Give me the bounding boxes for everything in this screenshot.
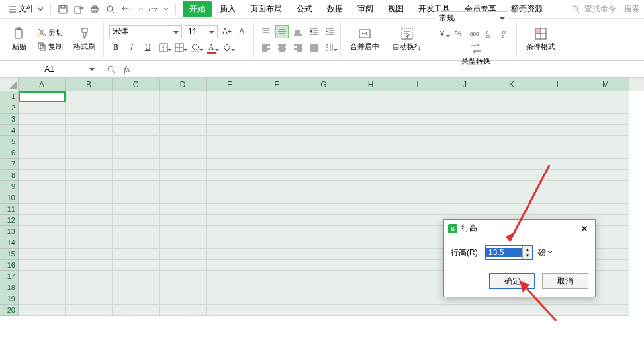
cell[interactable] xyxy=(300,249,347,260)
row-header[interactable]: 14 xyxy=(0,237,19,249)
cell[interactable] xyxy=(160,226,207,237)
fx-icon[interactable]: fx xyxy=(122,64,132,75)
cell[interactable] xyxy=(394,102,441,114)
export-icon[interactable] xyxy=(73,4,84,15)
cell[interactable] xyxy=(207,271,253,282)
cell[interactable] xyxy=(160,249,207,260)
cell[interactable] xyxy=(535,159,582,170)
cell[interactable] xyxy=(300,260,347,271)
cell[interactable] xyxy=(207,147,253,159)
cell[interactable] xyxy=(535,114,582,125)
cell[interactable] xyxy=(19,260,66,271)
tab-home[interactable]: 开始 xyxy=(183,1,212,17)
cell[interactable] xyxy=(160,215,207,226)
tab-review[interactable]: 审阅 xyxy=(351,1,380,17)
cell[interactable] xyxy=(300,282,347,293)
dialog-close-button[interactable]: ✕ xyxy=(578,222,591,235)
cell[interactable] xyxy=(19,293,66,305)
cell[interactable] xyxy=(19,102,66,114)
column-header[interactable]: J xyxy=(441,78,488,91)
underline-button[interactable]: U xyxy=(141,41,154,54)
chevron-down-icon[interactable] xyxy=(137,7,142,12)
cell[interactable] xyxy=(160,147,207,159)
currency-button[interactable]: ¥ xyxy=(436,27,449,40)
number-format-combo[interactable]: 常规 xyxy=(436,11,508,24)
cell[interactable] xyxy=(488,204,535,215)
row-header[interactable]: 10 xyxy=(0,192,19,204)
cell[interactable] xyxy=(394,192,441,204)
cell[interactable] xyxy=(582,192,629,204)
align-right-button[interactable] xyxy=(291,41,304,54)
cell[interactable] xyxy=(300,159,347,170)
cell[interactable] xyxy=(160,125,207,136)
cell[interactable] xyxy=(394,125,441,136)
column-header[interactable]: A xyxy=(19,78,66,91)
cell[interactable] xyxy=(113,136,160,147)
cell[interactable] xyxy=(113,102,160,114)
cell[interactable] xyxy=(347,215,394,226)
preview-icon[interactable] xyxy=(105,4,116,15)
cell[interactable] xyxy=(207,170,253,181)
cell[interactable] xyxy=(441,147,488,159)
cell[interactable] xyxy=(113,249,160,260)
cell[interactable] xyxy=(207,282,253,293)
column-header[interactable]: E xyxy=(207,78,253,91)
comma-button[interactable]: 000 xyxy=(467,27,481,40)
spinner-down-button[interactable]: ▼ xyxy=(523,252,532,259)
justify-button[interactable] xyxy=(307,41,320,54)
cell[interactable] xyxy=(160,204,207,215)
cell[interactable] xyxy=(253,91,300,102)
cell[interactable] xyxy=(207,136,253,147)
cell[interactable] xyxy=(113,260,160,271)
cell[interactable] xyxy=(160,237,207,249)
format-painter-button[interactable]: 格式刷 xyxy=(69,26,99,53)
align-bottom-button[interactable] xyxy=(291,25,304,38)
cell[interactable] xyxy=(66,305,113,316)
cell[interactable] xyxy=(582,170,629,181)
align-center-button[interactable] xyxy=(275,41,289,54)
row-header[interactable]: 12 xyxy=(0,215,19,226)
cell[interactable] xyxy=(253,181,300,192)
cell[interactable] xyxy=(160,282,207,293)
cell[interactable] xyxy=(207,249,253,260)
cell[interactable] xyxy=(488,181,535,192)
orientation-button[interactable] xyxy=(323,41,336,54)
cell[interactable] xyxy=(207,181,253,192)
cell[interactable] xyxy=(488,102,535,114)
cell[interactable] xyxy=(66,260,113,271)
cell[interactable] xyxy=(488,136,535,147)
cell[interactable] xyxy=(488,125,535,136)
tab-insert[interactable]: 插入 xyxy=(213,1,242,17)
cell[interactable] xyxy=(535,136,582,147)
cell[interactable] xyxy=(347,91,394,102)
cell[interactable] xyxy=(300,237,347,249)
cell[interactable] xyxy=(347,237,394,249)
cell[interactable] xyxy=(66,192,113,204)
align-left-button[interactable] xyxy=(259,41,273,54)
cell[interactable] xyxy=(253,249,300,260)
row-header[interactable]: 18 xyxy=(0,282,19,293)
cell[interactable] xyxy=(113,204,160,215)
cell[interactable] xyxy=(394,249,441,260)
cell[interactable] xyxy=(66,125,113,136)
cell[interactable] xyxy=(394,271,441,282)
cell[interactable] xyxy=(207,204,253,215)
cell[interactable] xyxy=(300,170,347,181)
cell[interactable] xyxy=(535,192,582,204)
cell[interactable] xyxy=(207,192,253,204)
column-header[interactable]: F xyxy=(253,78,300,91)
cell[interactable] xyxy=(582,102,629,114)
cell[interactable] xyxy=(113,271,160,282)
cell[interactable] xyxy=(300,305,347,316)
cell[interactable] xyxy=(535,305,582,316)
cell[interactable] xyxy=(394,215,441,226)
cell[interactable] xyxy=(207,125,253,136)
cell[interactable] xyxy=(160,91,207,102)
cell[interactable] xyxy=(300,226,347,237)
cell[interactable] xyxy=(160,181,207,192)
cell[interactable] xyxy=(160,293,207,305)
cell[interactable] xyxy=(253,215,300,226)
cell[interactable] xyxy=(19,170,66,181)
dialog-titlebar[interactable]: S 行高 ✕ xyxy=(444,220,595,237)
row-header[interactable]: 20 xyxy=(0,305,19,316)
